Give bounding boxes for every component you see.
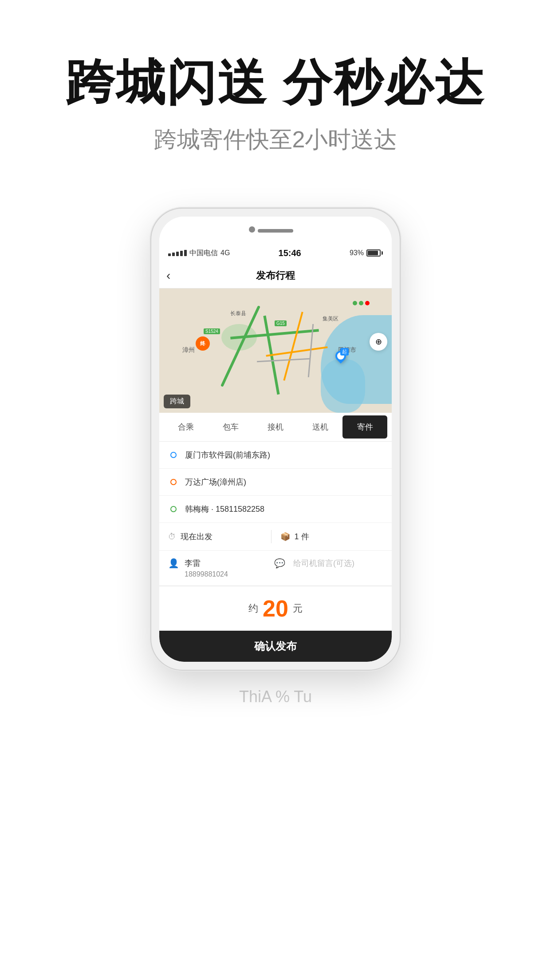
kuacheng-badge: 跨城 (164, 395, 190, 408)
map-label-zhangzhou: 漳州 (182, 346, 195, 354)
tab-jieji[interactable]: 接机 (253, 415, 298, 439)
status-time: 15:46 (279, 248, 301, 258)
carrier: 中国电信 (189, 249, 218, 258)
price-amount: 20 (263, 597, 288, 620)
hw-label-g15: G15 (275, 320, 287, 326)
phone-outer: 中国电信 4G 15:46 93% ‹ 发布行程 (151, 209, 400, 670)
orange-circle (170, 479, 177, 485)
hero-subtitle: 跨城寄件快至2小时送达 (0, 124, 551, 155)
package-count-half[interactable]: 📦 1 件 (272, 531, 383, 542)
time-package-row: ⏱ 现在出发 📦 1 件 (159, 523, 392, 551)
sender-row: 👤 李雷 18899881024 💬 给司机留言(可选) (159, 551, 392, 586)
signal-dots (168, 250, 187, 256)
to-icon (168, 477, 179, 487)
to-location-row[interactable]: 万达广场(漳州店) (159, 469, 392, 496)
phone-speaker (258, 229, 293, 233)
battery-percent: 93% (350, 249, 364, 257)
watermark: ThiA % Tu (0, 670, 551, 715)
from-location-row[interactable]: 厦门市软件园(前埔东路) (159, 442, 392, 469)
water-2 (321, 360, 365, 413)
tab-jiajian[interactable]: 寄件 (342, 415, 387, 439)
blue-circle (170, 452, 177, 458)
map-area[interactable]: S1524 G15 漳州 长泰县 集美区 厦门市 终 起 (159, 288, 392, 413)
chat-icon: 💬 (274, 558, 285, 569)
price-unit: 元 (293, 602, 303, 615)
form-section: 厦门市软件园(前埔东路) 万达广场(漳州店) 韩梅梅 · 15811582258 (159, 442, 392, 586)
start-label: 起 (340, 348, 349, 356)
nav-bar: ‹ 发布行程 (159, 263, 392, 288)
map-marker-end: 终 (196, 336, 210, 351)
user-info: 李雷 18899881024 (185, 558, 274, 578)
status-bar: 中国电信 4G 15:46 93% (159, 243, 392, 263)
from-icon (168, 450, 179, 460)
contact-row[interactable]: 韩梅梅 · 15811582258 (159, 496, 392, 523)
map-label-jimei: 集美区 (323, 315, 338, 323)
hw-label-s1524: S1524 (204, 328, 220, 334)
battery-icon (366, 249, 383, 257)
depart-time-half[interactable]: ⏱ 现在出发 (168, 531, 271, 542)
confirm-button[interactable]: 确认发布 (159, 631, 392, 662)
price-row: 约 20 元 (159, 586, 392, 631)
sender-phone: 18899881024 (185, 570, 274, 578)
traffic-dots (353, 301, 370, 305)
phone-inner: 中国电信 4G 15:46 93% ‹ 发布行程 (159, 217, 392, 662)
message-placeholder[interactable]: 给司机留言(可选) (289, 558, 383, 569)
package-count-text: 1 件 (295, 531, 309, 542)
sender-name: 李雷 (185, 558, 274, 569)
status-right: 93% (350, 249, 383, 257)
phone-mockup: 中国电信 4G 15:46 93% ‹ 发布行程 (0, 182, 551, 670)
hero-title: 跨城闪送 分秒必达 (0, 53, 551, 112)
phone-notch (159, 217, 392, 243)
back-button[interactable]: ‹ (166, 269, 170, 283)
network-type: 4G (220, 249, 230, 257)
page-title: 发布行程 (256, 269, 295, 282)
person-icon: 👤 (168, 558, 179, 569)
tab-songji[interactable]: 送机 (298, 415, 342, 439)
tabs-row: 合乘 包车 接机 送机 寄件 (159, 413, 392, 442)
depart-time-text: 现在出发 (181, 531, 213, 542)
contact-text: 韩梅梅 · 15811582258 (185, 504, 264, 514)
road-5 (266, 346, 327, 356)
map-label-changtai: 长泰县 (230, 310, 246, 317)
tab-baocha[interactable]: 包车 (209, 415, 253, 439)
phone-camera (249, 226, 255, 233)
from-location-text: 厦门市软件园(前埔东路) (185, 450, 270, 460)
location-button[interactable]: ⊕ (370, 333, 387, 351)
hero-section: 跨城闪送 分秒必达 跨城寄件快至2小时送达 (0, 0, 551, 182)
price-approx: 约 (248, 602, 258, 615)
green-circle (170, 506, 177, 512)
status-left: 中国电信 4G (168, 249, 230, 258)
contact-icon (168, 504, 179, 514)
tab-hecheng[interactable]: 合乘 (164, 415, 209, 439)
to-location-text: 万达广场(漳州店) (185, 477, 246, 487)
